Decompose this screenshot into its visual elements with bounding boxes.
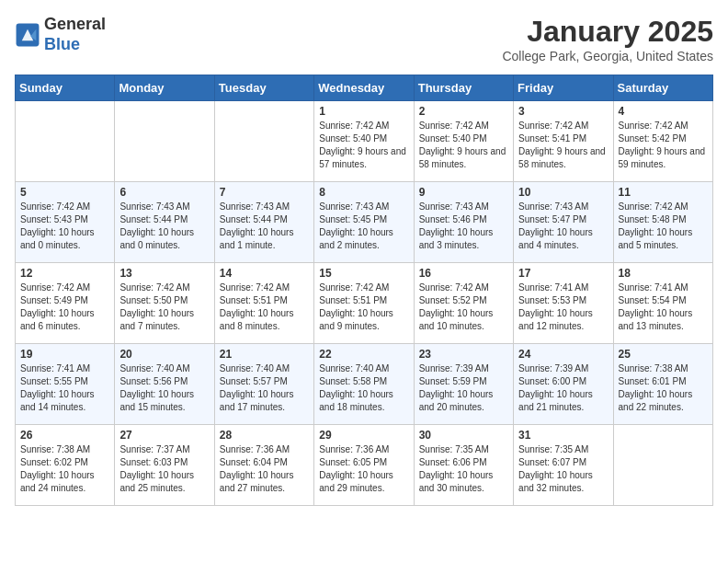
day-number: 22 <box>319 348 408 361</box>
calendar-cell: 4Sunrise: 7:42 AM Sunset: 5:42 PM Daylig… <box>613 101 712 182</box>
calendar-cell: 23Sunrise: 7:39 AM Sunset: 5:59 PM Dayli… <box>414 344 513 425</box>
logo-general-text: General <box>44 15 106 33</box>
calendar-cell: 22Sunrise: 7:40 AM Sunset: 5:58 PM Dayli… <box>314 344 414 425</box>
day-header-tuesday: Tuesday <box>214 75 313 101</box>
day-number: 13 <box>119 267 209 280</box>
day-number: 7 <box>220 186 309 199</box>
day-info: Sunrise: 7:40 AM Sunset: 5:56 PM Dayligh… <box>119 362 209 414</box>
calendar-cell: 13Sunrise: 7:42 AM Sunset: 5:50 PM Dayli… <box>115 263 214 344</box>
day-number: 14 <box>220 267 309 280</box>
day-info: Sunrise: 7:37 AM Sunset: 6:03 PM Dayligh… <box>119 443 209 495</box>
day-info: Sunrise: 7:41 AM Sunset: 5:55 PM Dayligh… <box>20 362 109 414</box>
day-info: Sunrise: 7:42 AM Sunset: 5:52 PM Dayligh… <box>419 282 508 333</box>
day-number: 21 <box>220 348 309 361</box>
day-number: 31 <box>518 429 608 442</box>
day-info: Sunrise: 7:42 AM Sunset: 5:43 PM Dayligh… <box>20 201 109 252</box>
day-number: 12 <box>20 267 109 280</box>
calendar-cell: 30Sunrise: 7:35 AM Sunset: 6:06 PM Dayli… <box>414 425 513 506</box>
day-number: 16 <box>419 267 508 280</box>
calendar-cell: 5Sunrise: 7:42 AM Sunset: 5:43 PM Daylig… <box>16 182 115 263</box>
day-info: Sunrise: 7:42 AM Sunset: 5:51 PM Dayligh… <box>220 282 309 333</box>
day-info: Sunrise: 7:43 AM Sunset: 5:44 PM Dayligh… <box>220 201 309 252</box>
calendar-cell: 7Sunrise: 7:43 AM Sunset: 5:44 PM Daylig… <box>214 182 313 263</box>
day-info: Sunrise: 7:35 AM Sunset: 6:07 PM Dayligh… <box>518 443 608 495</box>
calendar-cell: 9Sunrise: 7:43 AM Sunset: 5:46 PM Daylig… <box>414 182 513 263</box>
day-number: 5 <box>20 186 109 199</box>
calendar-cell: 6Sunrise: 7:43 AM Sunset: 5:44 PM Daylig… <box>115 182 214 263</box>
day-info: Sunrise: 7:41 AM Sunset: 5:53 PM Dayligh… <box>518 282 608 333</box>
day-number: 18 <box>619 267 708 280</box>
day-header-monday: Monday <box>115 75 214 101</box>
day-info: Sunrise: 7:42 AM Sunset: 5:48 PM Dayligh… <box>619 201 708 252</box>
calendar-cell: 24Sunrise: 7:39 AM Sunset: 6:00 PM Dayli… <box>514 344 613 425</box>
day-info: Sunrise: 7:41 AM Sunset: 5:54 PM Dayligh… <box>619 282 708 333</box>
calendar-cell: 27Sunrise: 7:37 AM Sunset: 6:03 PM Dayli… <box>115 425 214 506</box>
calendar-cell: 12Sunrise: 7:42 AM Sunset: 5:49 PM Dayli… <box>16 263 115 344</box>
calendar-week-2: 5Sunrise: 7:42 AM Sunset: 5:43 PM Daylig… <box>16 182 713 263</box>
title-block: January 2025 College Park, Georgia, Unit… <box>502 15 713 63</box>
calendar-cell: 11Sunrise: 7:42 AM Sunset: 5:48 PM Dayli… <box>613 182 712 263</box>
day-info: Sunrise: 7:36 AM Sunset: 6:04 PM Dayligh… <box>220 443 309 495</box>
day-info: Sunrise: 7:43 AM Sunset: 5:45 PM Dayligh… <box>319 201 408 252</box>
calendar-cell: 31Sunrise: 7:35 AM Sunset: 6:07 PM Dayli… <box>514 425 613 506</box>
calendar-week-3: 12Sunrise: 7:42 AM Sunset: 5:49 PM Dayli… <box>16 263 713 344</box>
calendar-cell <box>16 101 115 182</box>
day-info: Sunrise: 7:43 AM Sunset: 5:44 PM Dayligh… <box>119 201 209 252</box>
day-info: Sunrise: 7:38 AM Sunset: 6:02 PM Dayligh… <box>20 443 109 495</box>
day-header-wednesday: Wednesday <box>314 75 414 101</box>
calendar-table: SundayMondayTuesdayWednesdayThursdayFrid… <box>15 75 713 506</box>
calendar-cell: 19Sunrise: 7:41 AM Sunset: 5:55 PM Dayli… <box>16 344 115 425</box>
calendar-cell: 26Sunrise: 7:38 AM Sunset: 6:02 PM Dayli… <box>16 425 115 506</box>
day-info: Sunrise: 7:36 AM Sunset: 6:05 PM Dayligh… <box>319 443 408 495</box>
day-number: 17 <box>518 267 608 280</box>
day-number: 1 <box>319 105 408 118</box>
calendar-header-row: SundayMondayTuesdayWednesdayThursdayFrid… <box>16 75 713 101</box>
day-info: Sunrise: 7:40 AM Sunset: 5:57 PM Dayligh… <box>220 362 309 414</box>
logo: General Blue <box>15 15 106 54</box>
month-title: January 2025 <box>502 15 713 49</box>
day-header-saturday: Saturday <box>613 75 712 101</box>
calendar-cell: 29Sunrise: 7:36 AM Sunset: 6:05 PM Dayli… <box>314 425 414 506</box>
calendar-cell: 2Sunrise: 7:42 AM Sunset: 5:40 PM Daylig… <box>414 101 513 182</box>
calendar-cell: 16Sunrise: 7:42 AM Sunset: 5:52 PM Dayli… <box>414 263 513 344</box>
logo-icon <box>15 22 40 48</box>
calendar-week-4: 19Sunrise: 7:41 AM Sunset: 5:55 PM Dayli… <box>16 344 713 425</box>
day-info: Sunrise: 7:35 AM Sunset: 6:06 PM Dayligh… <box>419 443 508 495</box>
calendar-week-1: 1Sunrise: 7:42 AM Sunset: 5:40 PM Daylig… <box>16 101 713 182</box>
day-number: 3 <box>518 105 608 118</box>
page-header: General Blue January 2025 College Park, … <box>15 15 713 63</box>
calendar-cell: 15Sunrise: 7:42 AM Sunset: 5:51 PM Dayli… <box>314 263 414 344</box>
day-info: Sunrise: 7:42 AM Sunset: 5:40 PM Dayligh… <box>319 120 408 171</box>
day-info: Sunrise: 7:39 AM Sunset: 5:59 PM Dayligh… <box>419 362 508 414</box>
day-number: 27 <box>119 429 209 442</box>
day-info: Sunrise: 7:40 AM Sunset: 5:58 PM Dayligh… <box>319 362 408 414</box>
day-info: Sunrise: 7:42 AM Sunset: 5:42 PM Dayligh… <box>619 120 708 171</box>
calendar-cell: 17Sunrise: 7:41 AM Sunset: 5:53 PM Dayli… <box>514 263 613 344</box>
day-number: 30 <box>419 429 508 442</box>
calendar-cell: 8Sunrise: 7:43 AM Sunset: 5:45 PM Daylig… <box>314 182 414 263</box>
day-info: Sunrise: 7:42 AM Sunset: 5:49 PM Dayligh… <box>20 282 109 333</box>
day-number: 23 <box>419 348 508 361</box>
day-header-thursday: Thursday <box>414 75 513 101</box>
day-number: 11 <box>619 186 708 199</box>
day-number: 6 <box>119 186 209 199</box>
day-number: 26 <box>20 429 109 442</box>
calendar-cell <box>115 101 214 182</box>
calendar-cell: 14Sunrise: 7:42 AM Sunset: 5:51 PM Dayli… <box>214 263 313 344</box>
calendar-cell: 18Sunrise: 7:41 AM Sunset: 5:54 PM Dayli… <box>613 263 712 344</box>
day-info: Sunrise: 7:42 AM Sunset: 5:41 PM Dayligh… <box>518 120 608 171</box>
day-number: 4 <box>619 105 708 118</box>
day-info: Sunrise: 7:43 AM Sunset: 5:47 PM Dayligh… <box>518 201 608 252</box>
day-info: Sunrise: 7:42 AM Sunset: 5:40 PM Dayligh… <box>419 120 508 171</box>
calendar-cell: 1Sunrise: 7:42 AM Sunset: 5:40 PM Daylig… <box>314 101 414 182</box>
day-number: 28 <box>220 429 309 442</box>
calendar-cell: 21Sunrise: 7:40 AM Sunset: 5:57 PM Dayli… <box>214 344 313 425</box>
day-number: 9 <box>419 186 508 199</box>
day-header-sunday: Sunday <box>16 75 115 101</box>
calendar-cell: 10Sunrise: 7:43 AM Sunset: 5:47 PM Dayli… <box>514 182 613 263</box>
calendar-cell: 20Sunrise: 7:40 AM Sunset: 5:56 PM Dayli… <box>115 344 214 425</box>
day-info: Sunrise: 7:39 AM Sunset: 6:00 PM Dayligh… <box>518 362 608 414</box>
day-info: Sunrise: 7:42 AM Sunset: 5:51 PM Dayligh… <box>319 282 408 333</box>
day-info: Sunrise: 7:38 AM Sunset: 6:01 PM Dayligh… <box>619 362 708 414</box>
day-header-friday: Friday <box>514 75 613 101</box>
